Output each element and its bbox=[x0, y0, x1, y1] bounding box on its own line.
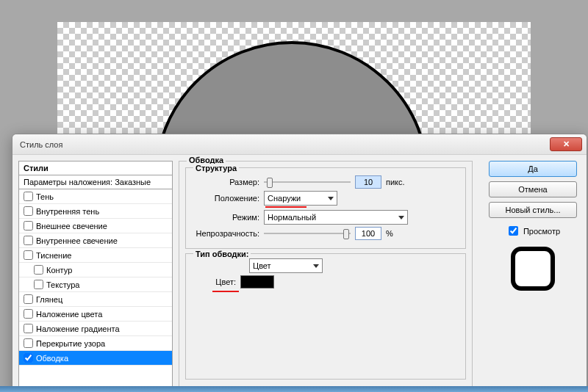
style-item-label: Тиснение bbox=[36, 251, 71, 260]
style-item-color-overlay[interactable]: Наложение цвета bbox=[19, 307, 172, 322]
dialog-titlebar[interactable]: Стиль слоя ✕ bbox=[12, 134, 587, 155]
style-checkbox[interactable] bbox=[24, 324, 33, 333]
style-item-pattern-overlay[interactable]: Перекрытие узора bbox=[19, 336, 172, 351]
stroke-settings-panel: Обводка Структура Размер: пикс. Положени bbox=[179, 161, 473, 387]
style-checkbox[interactable] bbox=[34, 280, 43, 289]
preview-checkbox-row: Просмотр bbox=[506, 224, 560, 238]
color-label: Цвет: bbox=[192, 277, 236, 286]
style-item-label: Перекрытие узора bbox=[36, 339, 105, 348]
slider-track bbox=[264, 181, 351, 183]
layer-style-dialog: Стиль слоя ✕ Стили Параметры наложения: … bbox=[12, 134, 587, 392]
mode-value: Нормальный bbox=[268, 213, 316, 222]
size-input[interactable] bbox=[355, 175, 381, 189]
preview-label: Просмотр bbox=[523, 227, 560, 236]
button-label: Новый стиль... bbox=[505, 206, 560, 214]
position-label: Положение: bbox=[192, 194, 259, 203]
slider-thumb[interactable] bbox=[343, 229, 349, 239]
dialog-body: Стили Параметры наложения: Заказные Тень… bbox=[12, 155, 587, 392]
style-checkbox[interactable] bbox=[24, 250, 33, 260]
style-checkbox[interactable] bbox=[24, 236, 33, 245]
style-item-label: Внутреннее свечение bbox=[36, 236, 118, 245]
ok-button[interactable]: Да bbox=[489, 161, 577, 177]
position-value: Снаружи bbox=[268, 194, 301, 203]
style-item-label: Наложение градиента bbox=[36, 324, 120, 333]
style-item-inner-glow[interactable]: Внутреннее свечение bbox=[19, 233, 172, 248]
style-checkbox[interactable] bbox=[24, 309, 33, 319]
style-item-label: Наложение цвета bbox=[36, 310, 102, 319]
dialog-buttons-panel: Да Отмена Новый стиль... Просмотр bbox=[485, 161, 581, 291]
style-item-satin[interactable]: Глянец bbox=[19, 292, 172, 307]
opacity-slider[interactable] bbox=[264, 228, 351, 239]
chevron-down-icon bbox=[398, 216, 404, 219]
style-checkbox[interactable] bbox=[24, 294, 33, 304]
style-item-label: Текстура bbox=[46, 280, 79, 289]
filltype-row: Цвет bbox=[189, 258, 459, 273]
close-icon: ✕ bbox=[563, 139, 570, 149]
style-item-label: Внутренняя тень bbox=[36, 207, 99, 216]
opacity-unit: % bbox=[386, 229, 393, 238]
style-checkbox[interactable] bbox=[24, 353, 33, 363]
mode-label: Режим: bbox=[192, 213, 259, 222]
style-item-inner-shadow[interactable]: Внутренняя тень bbox=[19, 204, 172, 219]
style-item-label: Обводка bbox=[36, 354, 68, 363]
style-item-stroke[interactable]: Обводка bbox=[19, 351, 172, 366]
style-item-bevel-emboss[interactable]: Тиснение bbox=[19, 248, 172, 263]
structure-title: Структура bbox=[193, 164, 239, 173]
opacity-label: Непрозрачность: bbox=[192, 229, 259, 238]
opacity-row: Непрозрачность: % bbox=[192, 227, 459, 240]
filltype-fieldset: Тип обводки: Цвет Цвет: bbox=[185, 253, 466, 380]
blend-options-row[interactable]: Параметры наложения: Заказные bbox=[19, 175, 172, 189]
structure-fieldset: Структура Размер: пикс. Положение: bbox=[185, 167, 466, 249]
color-swatch[interactable] bbox=[240, 275, 274, 288]
style-item-label: Глянец bbox=[36, 295, 62, 304]
canvas-window bbox=[57, 22, 531, 139]
mode-row: Режим: Нормальный bbox=[192, 210, 459, 225]
button-label: Отмена bbox=[518, 185, 547, 194]
chevron-down-icon bbox=[313, 264, 319, 268]
new-style-button[interactable]: Новый стиль... bbox=[489, 202, 577, 218]
style-item-gradient-overlay[interactable]: Наложение градиента bbox=[19, 322, 172, 336]
style-item-drop-shadow[interactable]: Тень bbox=[19, 189, 172, 204]
size-label: Размер: bbox=[192, 178, 259, 186]
slider-thumb[interactable] bbox=[267, 178, 273, 188]
filltype-value: Цвет bbox=[253, 261, 271, 270]
position-dropdown[interactable]: Снаружи bbox=[264, 191, 337, 206]
button-label: Да bbox=[528, 164, 538, 173]
style-checkbox[interactable] bbox=[24, 221, 33, 231]
style-item-label: Внешнее свечение bbox=[36, 222, 107, 231]
style-checkbox[interactable] bbox=[24, 206, 33, 216]
styles-header[interactable]: Стили bbox=[19, 161, 172, 175]
color-row: Цвет: bbox=[192, 275, 459, 288]
size-slider[interactable] bbox=[264, 176, 351, 188]
style-item-outer-glow[interactable]: Внешнее свечение bbox=[19, 219, 172, 233]
cancel-button[interactable]: Отмена bbox=[489, 181, 577, 197]
style-item-contour[interactable]: Контур bbox=[19, 263, 172, 277]
preview-swatch bbox=[511, 247, 555, 291]
opacity-input[interactable] bbox=[355, 227, 381, 240]
slider-track bbox=[264, 233, 351, 234]
chevron-down-icon bbox=[328, 197, 334, 200]
filltype-title: Тип обводки: bbox=[193, 250, 251, 258]
close-button[interactable]: ✕ bbox=[550, 137, 582, 151]
stroke-fieldset: Обводка Структура Размер: пикс. Положени bbox=[179, 161, 473, 391]
annotation-underline bbox=[265, 206, 306, 208]
style-checkbox[interactable] bbox=[24, 192, 33, 201]
style-item-label: Тень bbox=[36, 192, 54, 201]
dialog-title: Стиль слоя bbox=[20, 140, 62, 149]
style-item-label: Контур bbox=[46, 266, 72, 275]
style-checkbox[interactable] bbox=[24, 338, 33, 348]
styles-list-panel: Стили Параметры наложения: Заказные Тень… bbox=[18, 161, 173, 387]
style-checkbox[interactable] bbox=[34, 265, 43, 275]
style-item-texture[interactable]: Текстура bbox=[19, 277, 172, 292]
mode-dropdown[interactable]: Нормальный bbox=[264, 210, 408, 225]
filltype-dropdown[interactable]: Цвет bbox=[249, 258, 323, 273]
size-row: Размер: пикс. bbox=[192, 175, 459, 189]
position-row: Положение: Снаружи bbox=[192, 191, 459, 206]
preview-checkbox[interactable] bbox=[509, 226, 518, 236]
taskbar-accent bbox=[0, 386, 588, 392]
size-unit: пикс. bbox=[386, 178, 405, 186]
